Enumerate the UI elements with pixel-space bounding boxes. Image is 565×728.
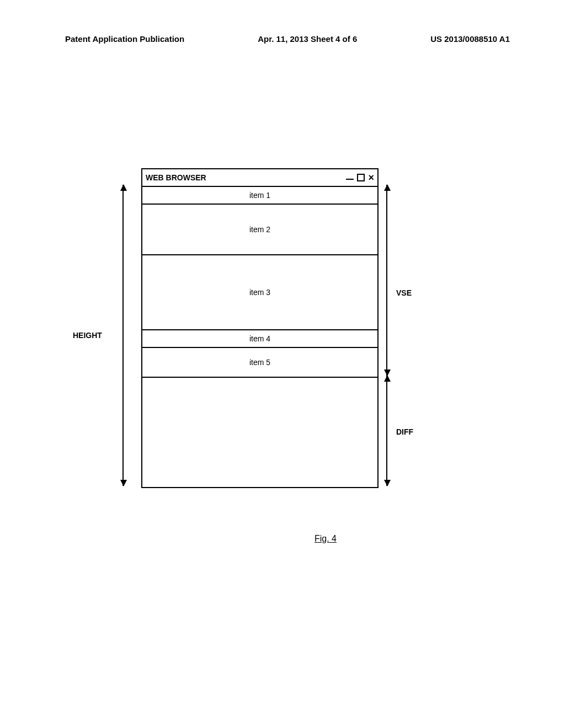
diagram: HEIGHT WEB BROWSER × item 1 item 2 item … (77, 168, 379, 488)
height-label: HEIGHT (73, 331, 102, 340)
maximize-icon[interactable] (357, 174, 365, 181)
window-controls: × (346, 174, 374, 181)
window-titlebar: WEB BROWSER × (142, 169, 377, 187)
diff-arrow (386, 376, 387, 486)
diff-label: DIFF (396, 427, 413, 436)
list-item: item 3 (142, 255, 377, 330)
window-content: item 1 item 2 item 3 item 4 item 5 (142, 187, 377, 488)
height-arrow (122, 185, 124, 486)
list-item: item 1 (142, 187, 377, 205)
list-item: item 5 (142, 348, 377, 378)
header-right: US 2013/0088510 A1 (430, 34, 510, 44)
window-title: WEB BROWSER (146, 173, 206, 182)
vse-arrow (386, 185, 387, 376)
page-header: Patent Application Publication Apr. 11, … (65, 34, 510, 44)
page: Patent Application Publication Apr. 11, … (0, 0, 565, 728)
minimize-icon[interactable] (346, 174, 354, 181)
list-item: item 2 (142, 205, 377, 255)
header-mid: Apr. 11, 2013 Sheet 4 of 6 (258, 34, 357, 44)
figure-caption: Fig. 4 (315, 534, 337, 544)
list-item: item 4 (142, 330, 377, 348)
close-icon[interactable]: × (368, 174, 374, 181)
vse-label: VSE (396, 288, 412, 297)
browser-window: WEB BROWSER × item 1 item 2 item 3 item … (141, 168, 379, 488)
blank-area (142, 378, 377, 488)
header-left: Patent Application Publication (65, 34, 184, 44)
